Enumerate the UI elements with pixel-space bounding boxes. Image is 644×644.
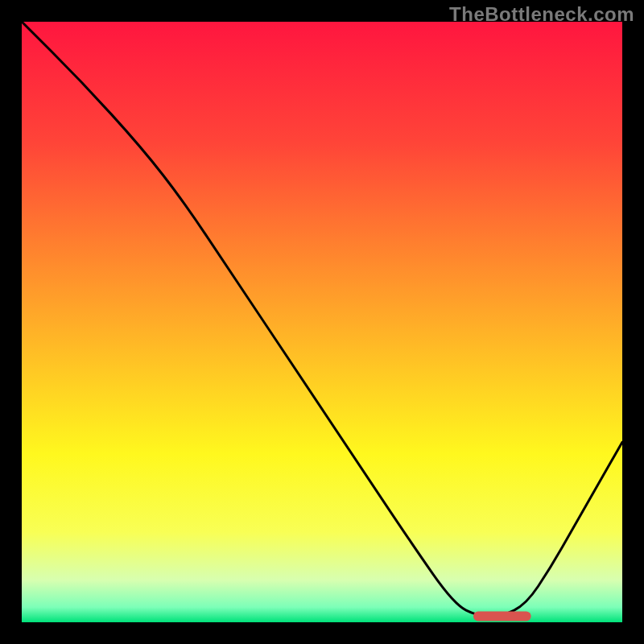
plot-area [22,22,622,622]
plot-svg [22,22,622,622]
gradient-background [22,22,622,622]
chart-frame: TheBottleneck.com [0,0,644,644]
